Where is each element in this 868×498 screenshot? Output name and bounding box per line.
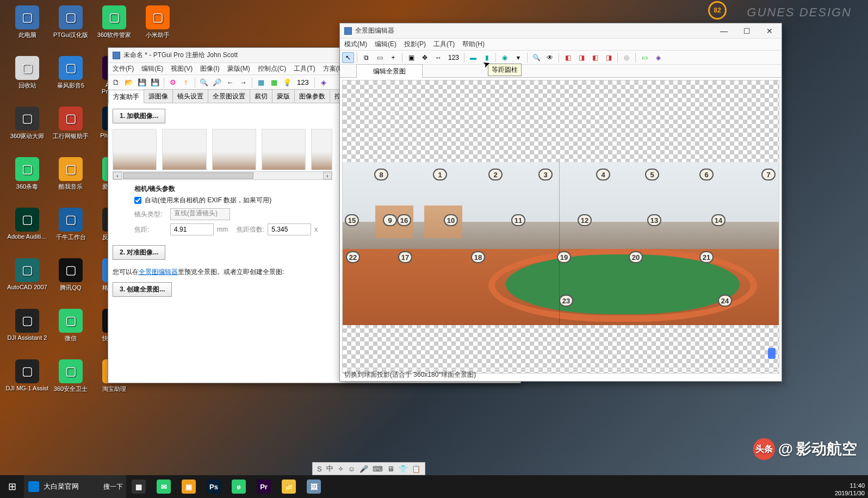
start-button[interactable]: ⊞ bbox=[0, 475, 24, 498]
diamond-icon[interactable]: ◈ bbox=[652, 52, 664, 63]
taskbar-clock[interactable]: 11:40 2019/11/30 bbox=[835, 482, 865, 497]
image-marker[interactable]: 14 bbox=[711, 214, 726, 226]
align-images-button[interactable]: 2. 对准图像... bbox=[113, 245, 165, 260]
taskbar-app[interactable]: ✉ bbox=[151, 475, 176, 498]
slider-icon[interactable]: ⫯ bbox=[181, 77, 191, 88]
maximize-button[interactable]: ☐ bbox=[739, 27, 754, 35]
scroll-right-icon[interactable]: › bbox=[323, 172, 332, 179]
scroll-thumb[interactable] bbox=[123, 172, 253, 179]
zoomin-icon[interactable]: 🔍 bbox=[199, 77, 209, 88]
move-icon[interactable]: ✥ bbox=[419, 52, 431, 63]
vscroll-handle[interactable] bbox=[768, 348, 776, 359]
image-marker[interactable]: 8 bbox=[374, 169, 388, 180]
ime-tray[interactable]: S中✧☺🎤⌨🖥👕📋 bbox=[312, 462, 425, 475]
scroll-left-icon[interactable]: ‹ bbox=[113, 172, 122, 179]
menu-item[interactable]: 编辑(E) bbox=[375, 40, 396, 49]
menu-item[interactable]: 工具(T) bbox=[294, 64, 315, 73]
circle-icon[interactable]: ◎ bbox=[621, 52, 633, 63]
ptgui-tab[interactable]: 裁切 bbox=[250, 89, 272, 103]
crosshair-icon[interactable]: + bbox=[387, 52, 399, 63]
image-marker[interactable]: 19 bbox=[557, 251, 571, 263]
menu-item[interactable]: 模式(M) bbox=[344, 40, 367, 49]
image-marker[interactable]: 10 bbox=[444, 214, 458, 226]
thumb-scrollbar[interactable]: ‹ › bbox=[113, 171, 332, 180]
new-icon[interactable]: 🗋 bbox=[110, 77, 121, 88]
screen-icon[interactable]: ▬ bbox=[467, 52, 479, 63]
desktop-icon[interactable]: ▢PTGui汉化版 bbox=[49, 5, 92, 52]
image-marker[interactable]: 23 bbox=[559, 295, 573, 307]
desktop-icon[interactable]: ▢Adobe Auditi… bbox=[5, 208, 49, 254]
image-marker[interactable]: 5 bbox=[645, 169, 659, 180]
menu-item[interactable]: 帮助(H) bbox=[462, 40, 485, 49]
zoom-icon[interactable]: 🔍 bbox=[530, 52, 542, 63]
flag4-icon[interactable]: ◨ bbox=[603, 52, 615, 63]
eye-icon[interactable]: 👁 bbox=[544, 52, 556, 63]
menu-item[interactable]: 工具(T) bbox=[433, 40, 455, 49]
ptgui-tab[interactable]: 方案助手 bbox=[108, 90, 144, 103]
taskbar-app[interactable]: 🖼 bbox=[301, 475, 326, 498]
tray-icon[interactable]: S bbox=[317, 465, 322, 473]
desktop-icon[interactable]: ▢小米助手 bbox=[136, 5, 179, 52]
desktop-icon[interactable]: ▢360安全卫士 bbox=[49, 359, 92, 406]
image-marker[interactable]: 16 bbox=[397, 214, 411, 226]
thumbnail[interactable] bbox=[212, 129, 256, 170]
thumbnail[interactable] bbox=[162, 129, 206, 170]
edit-panorama-tab[interactable]: 编辑全景图 bbox=[356, 64, 423, 78]
tray-icon[interactable]: 🎤 bbox=[359, 465, 368, 473]
menu-item[interactable]: 视图(V) bbox=[171, 64, 193, 73]
load-images-button[interactable]: 1. 加载图像... bbox=[113, 109, 165, 123]
tray-icon[interactable]: ☺ bbox=[348, 465, 355, 473]
menu-item[interactable]: 图像(I) bbox=[200, 64, 219, 73]
lens-type-select[interactable]: 直线(普通镜头) bbox=[170, 208, 230, 220]
image-marker[interactable]: 3 bbox=[538, 169, 553, 180]
ptgui-tab[interactable]: 蒙版 bbox=[272, 89, 295, 103]
grid2-icon[interactable]: ▦ bbox=[269, 77, 280, 88]
open-icon[interactable]: 📂 bbox=[123, 77, 134, 88]
bulb-icon[interactable]: 💡 bbox=[282, 77, 293, 88]
tray-icon[interactable]: ⌨ bbox=[373, 465, 383, 473]
desktop-icon[interactable]: ▢360杀毒 bbox=[5, 157, 49, 203]
dropdown-icon[interactable]: ▾ bbox=[512, 52, 524, 63]
image-marker[interactable]: 12 bbox=[578, 214, 592, 226]
desktop-icon[interactable]: ▢千牛工作台 bbox=[49, 208, 92, 254]
search-button[interactable]: 搜一下 bbox=[100, 475, 126, 498]
image-marker[interactable]: 15 bbox=[345, 214, 359, 226]
copy-icon[interactable]: ⧉ bbox=[360, 52, 372, 63]
back-icon[interactable]: ← bbox=[225, 77, 235, 88]
desktop-icon[interactable]: ▢360驱动大师 bbox=[5, 107, 49, 153]
image-marker[interactable]: 17 bbox=[398, 251, 412, 263]
panorama-editor-link[interactable]: 全景图编辑器 bbox=[139, 268, 178, 276]
image-marker[interactable]: 4 bbox=[596, 169, 610, 180]
pointer-icon[interactable]: ↖ bbox=[342, 52, 354, 63]
image-marker[interactable]: 2 bbox=[488, 169, 503, 180]
desktop-icon[interactable]: ▢微信 bbox=[49, 309, 92, 355]
tray-icon[interactable]: ✧ bbox=[338, 465, 344, 473]
options-icon[interactable]: ⚙ bbox=[168, 77, 178, 88]
forward-icon[interactable]: → bbox=[238, 77, 249, 88]
desktop-icon[interactable]: ▢DJI MG-1 Assist bbox=[5, 359, 49, 406]
thumbnail[interactable] bbox=[262, 129, 306, 170]
saveas-icon[interactable]: 💾 bbox=[150, 77, 160, 88]
menu-item[interactable]: 文件(F) bbox=[113, 64, 134, 73]
desktop-icon[interactable]: ▢腾讯QQ bbox=[49, 258, 92, 304]
green-rect-icon[interactable]: ▭ bbox=[638, 52, 650, 63]
fit-icon[interactable]: ▣ bbox=[405, 52, 417, 63]
desktop-icon[interactable]: ▢AutoCAD 2007 bbox=[5, 258, 49, 304]
image-marker[interactable]: 20 bbox=[629, 251, 643, 263]
desktop-icon[interactable]: ▢酷我音乐 bbox=[49, 157, 92, 203]
hspan-icon[interactable]: ↔ bbox=[432, 52, 444, 63]
cylinder-icon[interactable]: ▮ bbox=[481, 52, 493, 63]
menu-item[interactable]: 编辑(E) bbox=[141, 64, 163, 73]
taskbar-app[interactable]: 📁 bbox=[276, 475, 301, 498]
taskbar-app[interactable]: ▦ bbox=[126, 475, 151, 498]
ptgui-tab[interactable]: 镜头设置 bbox=[172, 89, 208, 103]
focal-input[interactable] bbox=[170, 223, 214, 235]
sphere-icon[interactable]: ◉ bbox=[499, 52, 511, 63]
num-label[interactable]: 123 bbox=[295, 77, 311, 88]
menu-item[interactable]: 蒙版(M) bbox=[227, 64, 250, 73]
image-marker[interactable]: 22 bbox=[346, 251, 360, 263]
image-marker[interactable]: 7 bbox=[761, 169, 776, 180]
panorama-canvas[interactable]: 812345671591610111213142217181920212324 bbox=[342, 80, 779, 374]
menu-item[interactable]: 控制点(C) bbox=[258, 64, 287, 73]
taskbar-app[interactable]: ▣ bbox=[176, 475, 201, 498]
